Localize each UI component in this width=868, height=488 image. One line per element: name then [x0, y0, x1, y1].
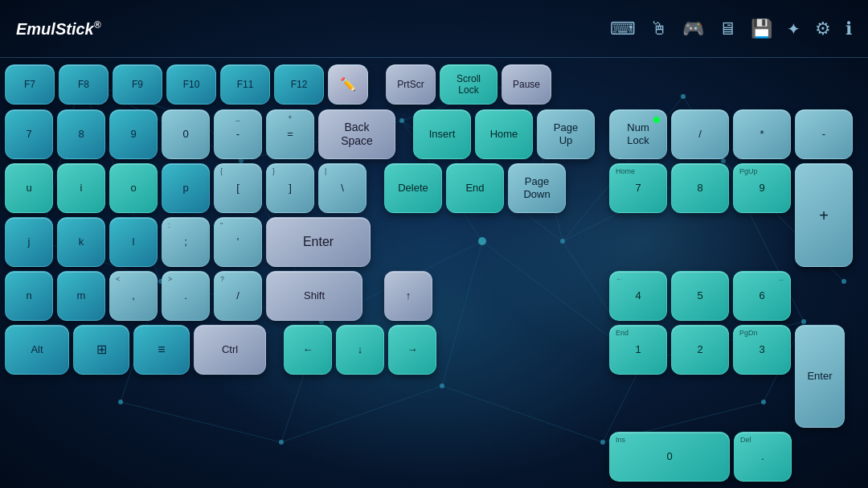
key-down[interactable]: ↓: [336, 325, 384, 375]
key-up[interactable]: ↑: [384, 271, 432, 321]
key-period[interactable]: > .: [162, 271, 210, 321]
key-p[interactable]: p: [162, 163, 210, 213]
key-num-4[interactable]: ← 4: [609, 271, 667, 321]
header-toolbar: ⌨ 🖱 🎮 🖥 💾 ✦ ⚙ ℹ: [610, 18, 852, 39]
key-num-enter[interactable]: Enter: [795, 325, 845, 428]
key-num-minus[interactable]: -: [795, 109, 853, 159]
monitor-icon[interactable]: 🖥: [719, 18, 736, 39]
key-f10[interactable]: F10: [166, 64, 216, 105]
main-keyboard: 7 8 9 0 _ - + = BackSpace Insert Home: [5, 109, 595, 482]
key-numlock[interactable]: NumLock: [609, 109, 667, 159]
key-m[interactable]: m: [57, 271, 105, 321]
key-num-0[interactable]: Ins 0: [609, 432, 730, 482]
key-pageup[interactable]: PageUp: [537, 109, 595, 159]
key-u[interactable]: u: [5, 163, 53, 213]
key-menu[interactable]: ≡: [133, 325, 190, 375]
quote-top: ": [220, 221, 223, 230]
key-comma[interactable]: < ,: [109, 271, 158, 321]
bottom-row: n m < , > . ? / Shift ↑: [5, 271, 595, 321]
numpad-row-1: NumLock / * -: [609, 109, 853, 159]
key-num-multiply[interactable]: *: [733, 109, 791, 159]
key-rbracket[interactable]: } ]: [266, 163, 314, 213]
key-win[interactable]: ⊞: [73, 325, 129, 375]
win-icon: ⊞: [96, 342, 107, 357]
key-delete[interactable]: Delete: [384, 163, 442, 213]
key-num-3[interactable]: PgDn 3: [733, 325, 791, 375]
key-equals[interactable]: + =: [266, 109, 314, 159]
key-left[interactable]: ←: [284, 325, 332, 375]
key-num-7[interactable]: Home 7: [609, 163, 667, 213]
key-insert[interactable]: Insert: [413, 109, 471, 159]
key-num-2[interactable]: 2: [671, 325, 729, 375]
app-logo: EmulStick®: [16, 19, 101, 39]
key-right[interactable]: →: [388, 325, 436, 375]
key-semicolon[interactable]: : ;: [162, 217, 210, 267]
logo-text: EmulStick: [16, 19, 94, 37]
key-8[interactable]: 8: [57, 109, 105, 159]
key-i[interactable]: i: [57, 163, 105, 213]
key-l[interactable]: l: [109, 217, 158, 267]
key-f11[interactable]: F11: [220, 64, 270, 105]
key-num-1[interactable]: End 1: [609, 325, 667, 375]
keyboard-main-section: 7 8 9 0 _ - + = BackSpace Insert Home: [5, 109, 863, 482]
mouse-icon[interactable]: 🖱: [650, 18, 668, 39]
backslash-top: |: [325, 167, 326, 176]
key-lbracket[interactable]: { [: [214, 163, 262, 213]
num4-top: ←: [616, 275, 623, 284]
key-num-dot[interactable]: Del .: [734, 432, 792, 482]
equals-top-label: +: [272, 113, 308, 122]
key-home[interactable]: Home: [475, 109, 533, 159]
key-end[interactable]: End: [446, 163, 504, 213]
num9-top: PgUp: [739, 167, 758, 176]
key-minus[interactable]: _ -: [214, 109, 262, 159]
key-f12[interactable]: F12: [274, 64, 324, 105]
key-num-9[interactable]: PgUp 9: [733, 163, 791, 213]
number-row: 7 8 9 0 _ - + = BackSpace Insert Home: [5, 109, 595, 159]
key-num-slash[interactable]: /: [671, 109, 729, 159]
key-ctrl[interactable]: Ctrl: [194, 325, 266, 375]
key-9[interactable]: 9: [109, 109, 158, 159]
key-n[interactable]: n: [5, 271, 53, 321]
bluetooth-icon[interactable]: ✦: [787, 19, 800, 39]
rbracket-top: }: [272, 167, 275, 176]
key-backspace[interactable]: BackSpace: [318, 109, 395, 159]
qwerty-row: u i o p { [ } ] | \ Delete E: [5, 163, 595, 213]
key-prtscr[interactable]: PrtScr: [386, 64, 436, 105]
key-quote[interactable]: " ': [214, 217, 262, 267]
key-pen[interactable]: ✏️: [328, 64, 368, 105]
key-o[interactable]: o: [109, 163, 158, 213]
num0-top: Ins: [616, 436, 625, 445]
numpad-row-4: End 1 2 PgDn 3 Enter: [609, 325, 853, 428]
key-num-plus[interactable]: +: [795, 163, 853, 267]
key-num-6[interactable]: → 6: [733, 271, 791, 321]
key-f9[interactable]: F9: [113, 64, 162, 105]
numpad: NumLock / * - Home 7 8 PgUp 9 +: [609, 109, 853, 482]
key-0[interactable]: 0: [162, 109, 210, 159]
numlock-led: [653, 117, 660, 123]
key-scroll-lock[interactable]: ScrollLock: [440, 64, 497, 105]
key-alt[interactable]: Alt: [5, 325, 69, 375]
key-backslash[interactable]: | \: [318, 163, 366, 213]
key-num-5[interactable]: 5: [671, 271, 729, 321]
settings-icon[interactable]: ⚙: [815, 18, 831, 39]
key-f8[interactable]: F8: [59, 64, 108, 105]
key-j[interactable]: j: [5, 217, 53, 267]
key-pagedown[interactable]: PageDown: [508, 163, 566, 213]
save-icon[interactable]: 💾: [751, 18, 772, 39]
key-pause[interactable]: Pause: [502, 64, 551, 105]
key-shift[interactable]: Shift: [266, 271, 362, 321]
gamepad-icon[interactable]: 🎮: [682, 18, 704, 39]
lbracket-top: {: [220, 167, 223, 176]
keyboard-area: F7 F8 F9 F10 F11 F12 ✏️ PrtScr ScrollLoc…: [0, 58, 868, 485]
key-f7[interactable]: F7: [5, 64, 55, 105]
key-slash[interactable]: ? /: [214, 271, 262, 321]
key-7[interactable]: 7: [5, 109, 53, 159]
key-k[interactable]: k: [57, 217, 105, 267]
minus-top-label: _: [220, 113, 256, 122]
info-icon[interactable]: ℹ: [845, 18, 852, 39]
space-row: Alt ⊞ ≡ Ctrl ← ↓ →: [5, 325, 595, 375]
key-num-8[interactable]: 8: [671, 163, 729, 213]
key-enter[interactable]: Enter: [266, 217, 371, 267]
comma-top: <: [116, 275, 120, 284]
keyboard-icon[interactable]: ⌨: [610, 18, 636, 39]
